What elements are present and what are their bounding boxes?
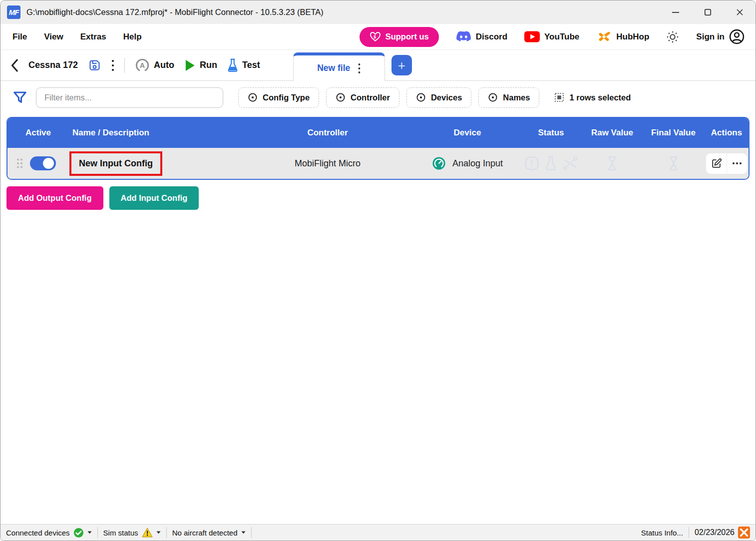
discord-link[interactable]: Discord (456, 30, 507, 43)
main-content: Active Name / Description Controller Dev… (0, 114, 756, 524)
youtube-link[interactable]: YouTube (524, 31, 579, 42)
analog-input-icon (432, 156, 446, 170)
ellipsis-icon (732, 162, 742, 165)
svg-text:$: $ (374, 34, 376, 39)
row-actions (706, 153, 747, 174)
minimize-button[interactable] (660, 0, 692, 24)
config-name[interactable]: New Input Config (79, 158, 153, 169)
connected-devices-status[interactable]: Connected devices (0, 525, 97, 541)
success-check-icon (73, 528, 84, 538)
header-raw-value[interactable]: Raw Value (582, 128, 642, 138)
add-input-config-button[interactable]: Add Input Config (109, 186, 199, 210)
status-info-button[interactable]: Status Info... (636, 525, 689, 541)
hubhop-icon (596, 29, 612, 44)
sign-in-button[interactable]: Sign in (696, 29, 745, 44)
auto-button[interactable]: A Auto (135, 58, 174, 73)
sun-icon (666, 30, 679, 43)
header-actions: Actions (705, 128, 749, 138)
run-button[interactable]: Run (184, 59, 217, 72)
filter-input[interactable] (36, 87, 223, 108)
menu-file[interactable]: File (12, 32, 27, 42)
raw-value-pending-icon (606, 155, 619, 171)
filter-chip-devices[interactable]: Devices (406, 87, 471, 108)
sign-in-label: Sign in (696, 32, 725, 42)
flask-icon (227, 58, 238, 72)
final-value-pending-icon (667, 155, 680, 171)
tab-label: New file (317, 63, 350, 73)
add-output-config-button[interactable]: Add Output Config (6, 186, 103, 210)
config-controller: MobiFlight Micro (240, 158, 415, 169)
connected-devices-label: Connected devices (6, 529, 70, 537)
config-device: Analog Input (452, 158, 503, 169)
status-alert-icon (524, 156, 539, 171)
tab-new-file[interactable]: New file (293, 52, 385, 81)
aircraft-status[interactable]: No aircraft detected (167, 525, 251, 541)
selection-icon (554, 92, 564, 102)
more-actions-button[interactable] (727, 153, 747, 174)
auto-icon: A (135, 58, 150, 73)
rows-selected-indicator: 1 rows selected (554, 92, 631, 102)
menubar: File View Extras Help $ Support us Disco… (0, 24, 756, 50)
add-config-buttons: Add Output Config Add Input Config (6, 186, 750, 210)
aircraft-status-label: No aircraft detected (172, 529, 238, 537)
status-info-label: Status Info... (641, 529, 683, 537)
statusbar-right: Status Info... 02/23/2026 (636, 525, 756, 541)
svg-text:A: A (140, 61, 145, 69)
toolbar: Cessna 172 A Auto Ru (0, 50, 756, 81)
statusbar-divider (251, 527, 252, 538)
test-label: Test (242, 60, 260, 70)
header-name[interactable]: Name / Description (72, 128, 240, 138)
active-toggle[interactable] (30, 156, 56, 170)
date-label: 02/23/2026 (695, 528, 735, 537)
heart-dollar-icon: $ (370, 31, 381, 42)
save-button[interactable] (88, 58, 101, 72)
maximize-icon (705, 9, 711, 15)
kebab-menu-icon (111, 59, 114, 72)
add-tab-button[interactable]: + (391, 55, 412, 75)
chevron-down-icon (241, 531, 246, 534)
test-button[interactable]: Test (227, 58, 260, 72)
circle-dot-icon (336, 92, 346, 102)
hubhop-link[interactable]: HubHop (596, 29, 649, 44)
drag-handle[interactable] (16, 158, 23, 169)
filter-funnel-icon (12, 90, 27, 105)
header-status[interactable]: Status (520, 128, 582, 138)
status-test-icon (544, 156, 557, 171)
edit-config-button[interactable] (706, 153, 727, 174)
menu-items: File View Extras Help (12, 32, 142, 42)
status-disconnected-icon (562, 156, 578, 171)
minimize-icon (672, 12, 679, 13)
project-menu-button[interactable] (111, 59, 114, 72)
table-row[interactable]: New Input Config MobiFlight Micro Analog… (7, 148, 749, 179)
menu-help[interactable]: Help (123, 32, 142, 42)
header-controller[interactable]: Controller (240, 128, 415, 138)
table-header: Active Name / Description Controller Dev… (7, 118, 749, 148)
chip-label: Config Type (263, 93, 310, 102)
menu-extras[interactable]: Extras (80, 32, 106, 42)
filterbar: Config Type Controller Devices Names 1 r… (0, 81, 756, 114)
filter-chip-controller[interactable]: Controller (326, 87, 399, 108)
toolbar-divider (124, 58, 125, 73)
chip-label: Devices (431, 93, 462, 102)
highlight-annotation: New Input Config (69, 151, 162, 176)
sim-status-label: Sim status (103, 529, 138, 537)
filter-chip-config-type[interactable]: Config Type (238, 87, 319, 108)
theme-toggle-button[interactable] (666, 30, 679, 43)
discord-label: Discord (476, 32, 507, 42)
chip-label: Controller (351, 93, 390, 102)
close-button[interactable] (724, 0, 756, 24)
back-button[interactable] (10, 59, 18, 72)
toolbar-left: Cessna 172 A Auto Ru (10, 58, 260, 73)
tab-menu-button[interactable] (358, 63, 361, 74)
filter-chip-names[interactable]: Names (478, 87, 539, 108)
menu-view[interactable]: View (44, 32, 63, 42)
run-label: Run (200, 60, 217, 70)
maximize-button[interactable] (692, 0, 724, 24)
chevron-left-icon (10, 59, 18, 72)
support-us-button[interactable]: $ Support us (360, 27, 439, 47)
header-final-value[interactable]: Final Value (642, 128, 705, 138)
header-device[interactable]: Device (415, 128, 520, 138)
header-active[interactable]: Active (7, 128, 72, 138)
project-name: Cessna 172 (28, 60, 78, 70)
sim-status[interactable]: Sim status (98, 525, 166, 541)
